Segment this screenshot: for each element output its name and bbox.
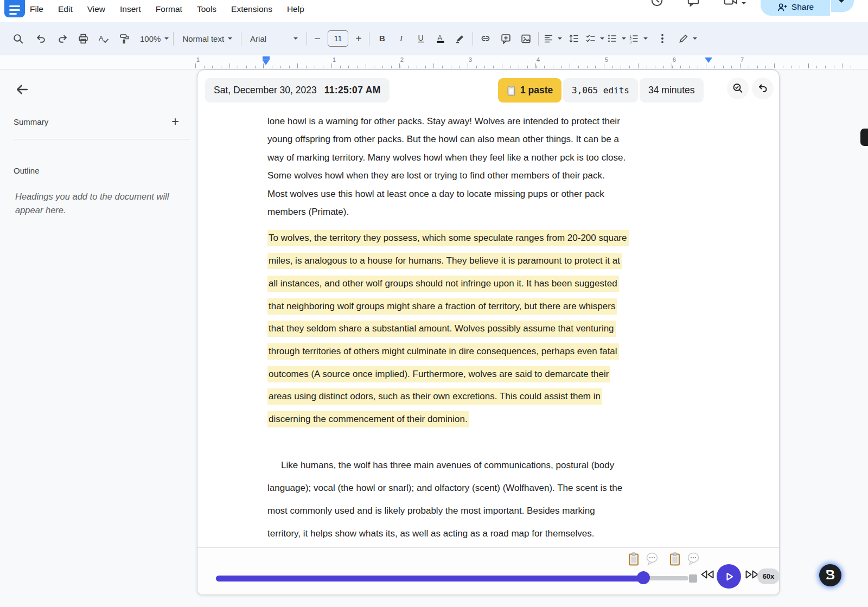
insert-link-icon[interactable]	[477, 29, 494, 48]
outline-sidebar: Summary + Outline Headings you add to th…	[0, 69, 191, 607]
print-icon[interactable]	[75, 29, 91, 48]
chevron-down-icon	[643, 37, 648, 42]
timeline-end-cap	[689, 574, 697, 583]
chevron-down-icon	[693, 37, 697, 42]
rewind-button[interactable]	[700, 570, 715, 582]
meet-caret-icon[interactable]	[742, 2, 746, 7]
highlighted-paragraph: To wolves, the territory they possess, w…	[267, 227, 718, 430]
ruler-number: 1	[196, 56, 200, 63]
font-size-increase-button[interactable]: +	[353, 33, 365, 45]
svg-text:U: U	[418, 34, 424, 42]
version-history-clock-icon[interactable]	[650, 0, 664, 8]
paste-event-marker[interactable]	[628, 552, 641, 566]
doc-line-highlighted: miles, is analogous to a house for human…	[267, 250, 718, 272]
menu-item[interactable]: Insert	[120, 4, 141, 14]
timeline-slider-thumb[interactable]	[637, 571, 650, 584]
formatting-toolbar: A 100% Normal text Arial − 11 + B I U A	[0, 22, 868, 55]
bulleted-list-select[interactable]	[607, 29, 626, 48]
comments-icon[interactable]	[686, 0, 700, 8]
chevron-down-icon	[622, 37, 626, 42]
ruler-number: 4	[537, 56, 540, 63]
meet-videocam-icon[interactable]	[723, 0, 738, 8]
paint-format-icon[interactable]	[116, 29, 132, 48]
clipboard-icon	[628, 552, 640, 566]
add-comment-icon[interactable]	[497, 29, 514, 48]
duration-badge: 34 minutes	[640, 78, 704, 103]
ruler-number: 1	[333, 56, 336, 63]
revision-timestamp: Sat, December 30, 2023 11:25:07 AM	[205, 78, 390, 103]
sidebar-divider	[14, 139, 190, 139]
rewind-icon	[700, 570, 715, 579]
magnifier-check-icon	[732, 82, 744, 94]
add-summary-button[interactable]: +	[171, 115, 179, 128]
outline-hint-text: Headings you add to the document will ap…	[15, 190, 178, 217]
share-button[interactable]: Share	[761, 0, 830, 16]
doc-line-highlighted: that they seldom share a substantial amo…	[267, 317, 718, 340]
insert-image-icon[interactable]	[518, 29, 534, 48]
google-docs-logo-icon[interactable]	[4, 0, 25, 17]
draftback-player-panel: Sat, December 30, 2023 11:25:07 AM 1 pas…	[197, 69, 780, 595]
doc-line-highlighted: outcomes (A source once implied). Furthe…	[267, 363, 718, 386]
undo-icon[interactable]	[33, 29, 49, 48]
menu-item[interactable]: Help	[287, 4, 304, 14]
menu-item[interactable]: Extensions	[231, 4, 272, 14]
playback-speed-badge[interactable]: 60x	[757, 568, 780, 584]
paragraph: lone howl is a warning for other packs. …	[267, 112, 718, 221]
doc-line: members (Primate).	[267, 203, 718, 221]
share-label: Share	[792, 2, 814, 12]
bold-button[interactable]: B	[374, 29, 390, 48]
doc-line-highlighted: To wolves, the territory they possess, w…	[267, 227, 718, 250]
comment-event-marker[interactable]	[687, 552, 700, 566]
svg-text:B: B	[379, 34, 385, 43]
menu-item[interactable]: Tools	[197, 4, 216, 14]
timeline-progress	[216, 576, 643, 582]
menu-item[interactable]: Format	[156, 4, 182, 14]
menu-bar: FileEditViewInsertFormatToolsExtensionsH…	[0, 0, 868, 22]
draftback-logo[interactable]: B	[819, 564, 841, 586]
checklist-select[interactable]	[585, 29, 604, 48]
line-spacing-icon[interactable]	[565, 29, 582, 48]
numbered-list-select[interactable]: 123	[628, 29, 648, 48]
paste-event-marker[interactable]	[669, 552, 682, 566]
redo-icon[interactable]	[54, 29, 71, 48]
font-family-select[interactable]: Arial	[246, 29, 302, 48]
timeline-slider[interactable]	[216, 576, 688, 580]
paste-count-badge[interactable]: 1 paste	[498, 78, 561, 103]
zoom-select[interactable]: 100%	[140, 29, 169, 48]
italic-button[interactable]: I	[393, 29, 410, 48]
document-text[interactable]: lone howl is a warning for other packs. …	[267, 112, 718, 545]
editing-mode-select[interactable]	[678, 29, 697, 48]
menu-item[interactable]: File	[30, 4, 43, 14]
search-menus-icon[interactable]	[10, 29, 26, 48]
highlight-color-icon[interactable]	[452, 29, 468, 48]
menu-item[interactable]: Edit	[58, 4, 73, 14]
doc-line: young offspring from other packs. But th…	[267, 130, 718, 148]
first-line-indent-marker[interactable]	[263, 56, 270, 60]
menu-item[interactable]: View	[87, 4, 105, 14]
play-button[interactable]	[717, 564, 741, 589]
horizontal-ruler[interactable]: 1 1 2 3 4 5 6 7	[0, 55, 868, 69]
spellcheck-icon[interactable]: A	[95, 29, 112, 48]
underline-button[interactable]: U	[413, 29, 429, 48]
font-size-input[interactable]: 11	[328, 30, 348, 47]
left-indent-marker[interactable]	[263, 60, 269, 65]
doc-line-highlighted: discerning the commencement of their dom…	[267, 408, 718, 431]
revision-date: Sat, December 30, 2023	[214, 85, 317, 96]
scroll-indicator[interactable]	[860, 129, 868, 146]
paragraph-style-select[interactable]: Normal text	[178, 29, 237, 48]
more-options-icon[interactable]	[651, 29, 674, 48]
font-size-decrease-button[interactable]: −	[311, 33, 323, 45]
doc-line: Most wolves use this howl at least once …	[267, 185, 718, 203]
close-sidebar-back-icon[interactable]	[14, 81, 30, 98]
chevron-down-icon	[164, 37, 169, 42]
comment-event-marker[interactable]	[646, 552, 659, 566]
revision-time: 11:25:07 AM	[324, 85, 381, 96]
right-indent-marker[interactable]	[705, 57, 712, 63]
align-select[interactable]	[543, 29, 562, 48]
clipboard-icon	[507, 85, 516, 96]
text-color-button[interactable]: A	[432, 29, 449, 48]
chevron-down-icon	[228, 37, 232, 42]
zoom-check-button[interactable]	[727, 78, 749, 99]
doc-line: lone howl is a warning for other packs. …	[267, 112, 718, 130]
step-back-button[interactable]	[752, 78, 774, 99]
